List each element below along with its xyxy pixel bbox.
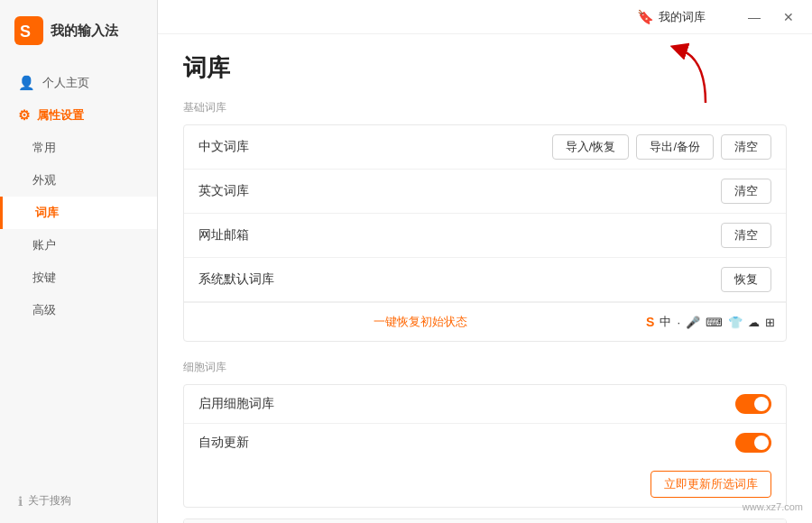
sidebar-item-dict[interactable]: 词库 xyxy=(0,197,157,229)
sidebar-item-common[interactable]: 常用 xyxy=(0,132,157,164)
btn-import-restore-chinese[interactable]: 导入/恢复 xyxy=(552,134,630,160)
sidebar-account-label: 账户 xyxy=(32,237,56,253)
toggle-label-enable: 启用细胞词库 xyxy=(198,396,735,412)
btn-restore-system[interactable]: 恢复 xyxy=(721,267,771,292)
grid-icon[interactable]: ⊞ xyxy=(765,316,775,329)
btn-clear-chinese[interactable]: 清空 xyxy=(721,134,771,160)
cell-table-header: 名称 词条数 操作 xyxy=(184,519,786,523)
sidebar-item-keys[interactable]: 按键 xyxy=(0,262,157,294)
dot-icon[interactable]: · xyxy=(677,316,680,329)
shirt-icon[interactable]: 👕 xyxy=(728,316,743,329)
sidebar-item-appearance[interactable]: 外观 xyxy=(0,164,157,197)
content-area: 词库 基础词库 中文词库 导入/恢复 导出/备份 清空 英文词库 清空 xyxy=(158,34,812,523)
sidebar: S 我的输入法 👤 个人主页 ⚙ 属性设置 常用 外观 词库 账户 按键 高级 xyxy=(0,0,158,523)
cloud-icon[interactable]: ☁ xyxy=(748,316,760,329)
app-name: 我的输入法 xyxy=(51,23,118,40)
dict-actions-system: 恢复 xyxy=(721,267,771,292)
sidebar-dict-label: 词库 xyxy=(35,205,59,221)
update-selected-btn[interactable]: 立即更新所选词库 xyxy=(651,471,771,498)
sogou-s-icon: S xyxy=(646,315,654,329)
sidebar-item-advanced[interactable]: 高级 xyxy=(0,294,157,326)
restore-link-text[interactable]: 一键恢复初始状态 xyxy=(195,314,646,330)
dict-name-system: 系统默认词库 xyxy=(198,271,721,288)
basic-section-label: 基础词库 xyxy=(183,100,787,115)
sidebar-advanced-label: 高级 xyxy=(32,302,56,318)
sidebar-nav: 👤 个人主页 ⚙ 属性设置 常用 外观 词库 账户 按键 高级 xyxy=(0,60,157,479)
close-button[interactable]: ✕ xyxy=(776,5,801,30)
sidebar-about-label: 关于搜狗 xyxy=(28,493,71,509)
app-logo: S 我的输入法 xyxy=(0,0,157,60)
my-words-btn[interactable]: 🔖 我的词库 xyxy=(637,9,706,25)
dict-row-system: 系统默认词库 恢复 xyxy=(184,258,786,302)
toggle-label-autoupdate: 自动更新 xyxy=(198,435,735,451)
dict-name-chinese: 中文词库 xyxy=(198,139,552,155)
minimize-icon: — xyxy=(748,10,761,24)
dict-name-english: 英文词库 xyxy=(198,183,721,199)
mic-icon[interactable]: 🎤 xyxy=(686,316,700,329)
main-panel: 🔖 我的词库 — ✕ 词库 基础词库 中文词库 xyxy=(158,0,812,523)
sidebar-item-account[interactable]: 账户 xyxy=(0,229,157,262)
mywords-label: 我的词库 xyxy=(659,9,706,25)
cell-dict-box: 启用细胞词库 自动更新 立即更新所选词库 xyxy=(183,384,787,508)
basic-dict-table: 中文词库 导入/恢复 导出/备份 清空 英文词库 清空 网址邮箱 清空 xyxy=(183,124,787,342)
restore-row: 一键恢复初始状态 S 中 · 🎤 ⌨ 👕 ☁ ⊞ xyxy=(184,302,786,341)
toggle-autoupdate[interactable] xyxy=(735,433,771,453)
dict-actions-chinese: 导入/恢复 导出/备份 清空 xyxy=(552,134,771,160)
sidebar-settings-label: 属性设置 xyxy=(37,107,84,124)
chinese-icon[interactable]: 中 xyxy=(660,314,671,330)
btn-export-backup-chinese[interactable]: 导出/备份 xyxy=(636,134,714,160)
dict-actions-url: 清空 xyxy=(721,223,771,248)
keyboard-icon[interactable]: ⌨ xyxy=(706,316,723,329)
update-btn-row: 立即更新所选词库 xyxy=(184,462,786,507)
dict-actions-english: 清空 xyxy=(721,179,771,204)
titlebar: 🔖 我的词库 — ✕ xyxy=(158,0,812,34)
settings-icon: ⚙ xyxy=(18,107,30,124)
dict-row-english: 英文词库 清空 xyxy=(184,170,786,214)
sidebar-about[interactable]: ℹ 关于搜狗 xyxy=(0,479,157,523)
cell-dict-table: 名称 词条数 操作 ✓ 创业品牌支持计划 7 ⋯ xyxy=(183,518,787,523)
info-icon: ℹ xyxy=(18,494,23,509)
logo-icon: S xyxy=(14,16,43,45)
bookmark-icon: 🔖 xyxy=(637,9,654,25)
dict-row-chinese: 中文词库 导入/恢复 导出/备份 清空 xyxy=(184,125,786,170)
minimize-button[interactable]: — xyxy=(742,5,767,30)
sidebar-item-settings-parent[interactable]: ⚙ 属性设置 xyxy=(0,99,157,132)
svg-text:S: S xyxy=(20,23,31,41)
sidebar-profile-label: 个人主页 xyxy=(42,75,89,91)
sidebar-item-profile[interactable]: 👤 个人主页 xyxy=(0,67,157,99)
btn-clear-english[interactable]: 清空 xyxy=(721,179,771,204)
cell-section-label: 细胞词库 xyxy=(183,360,787,375)
sidebar-common-label: 常用 xyxy=(32,140,56,156)
dict-name-url: 网址邮箱 xyxy=(198,227,721,243)
toolbar-icons: S 中 · 🎤 ⌨ 👕 ☁ ⊞ xyxy=(646,314,775,330)
toggle-row-enable: 启用细胞词库 xyxy=(184,385,786,424)
close-icon: ✕ xyxy=(783,10,794,24)
toggle-row-autoupdate: 自动更新 xyxy=(184,424,786,462)
sidebar-appearance-label: 外观 xyxy=(32,172,56,188)
sidebar-keys-label: 按键 xyxy=(32,270,56,286)
page-title: 词库 xyxy=(183,52,787,84)
btn-clear-url[interactable]: 清空 xyxy=(721,223,771,248)
person-icon: 👤 xyxy=(18,75,35,91)
toggle-enable[interactable] xyxy=(735,394,771,414)
dict-row-url: 网址邮箱 清空 xyxy=(184,214,786,258)
